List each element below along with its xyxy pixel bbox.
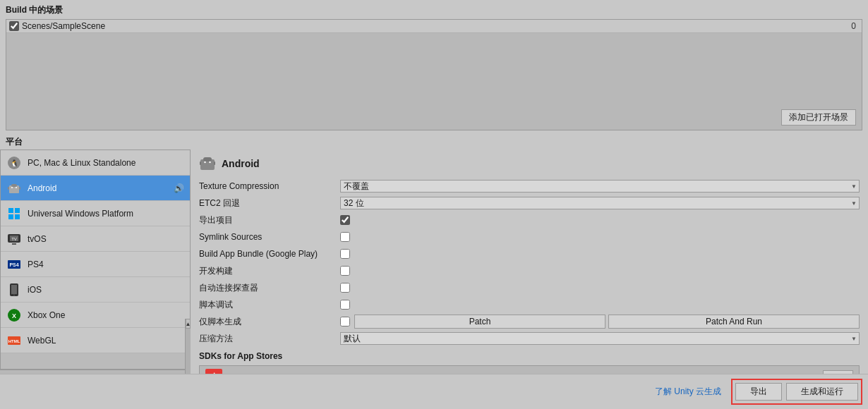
settings-row-scriptsonly: 仅脚本生成 Patch Patch And Run xyxy=(199,315,860,329)
export-project-label: 导出项目 xyxy=(199,214,340,226)
scriptsonly-checkbox[interactable] xyxy=(340,317,350,326)
sidebar-item-ps4[interactable]: PS4 PS4 xyxy=(1,252,190,277)
sdks-title: SDKs for App Stores xyxy=(199,351,860,361)
webgl-icon: HTML xyxy=(6,333,22,348)
sidebar-item-label: Universal Windows Platform xyxy=(28,209,184,219)
uwp-icon xyxy=(6,206,22,221)
cloud-link[interactable]: 了解 Unity 云生成 xyxy=(655,386,721,398)
sidebar-item-uwp[interactable]: Universal Windows Platform xyxy=(1,201,190,226)
svg-rect-8 xyxy=(8,208,13,213)
svg-rect-4 xyxy=(8,187,9,190)
svg-rect-28 xyxy=(214,161,215,165)
settings-row-compression: 压缩方法 默认 xyxy=(199,331,860,346)
platform-list: 🐧 PC, Mac & Linux Standalone xyxy=(0,149,191,395)
svg-text:TV: TV xyxy=(11,237,17,241)
ios-icon xyxy=(6,282,22,298)
tvos-icon: TV xyxy=(6,231,22,247)
patch-button[interactable]: Patch xyxy=(354,315,605,329)
svg-rect-26 xyxy=(203,157,212,161)
svg-rect-19 xyxy=(11,285,17,294)
scene-name: Scenes/SampleScene xyxy=(22,21,851,31)
svg-point-30 xyxy=(209,161,210,163)
settings-row-texture: Texture Compression 不覆盖 xyxy=(199,179,860,193)
scenes-panel: Scenes/SampleScene 0 添加已打开场景 xyxy=(6,19,862,130)
scriptsonly-label: 仅脚本生成 xyxy=(199,316,340,328)
build-run-button[interactable]: 生成和运行 xyxy=(786,383,858,401)
sidebar-item-xbox[interactable]: X Xbox One xyxy=(1,303,190,328)
settings-row-bundle: Build App Bundle (Google Play) xyxy=(199,247,860,261)
bundle-checkbox[interactable] xyxy=(340,249,350,259)
compression-dropdown[interactable]: 默认 xyxy=(340,332,860,345)
svg-rect-27 xyxy=(200,161,201,165)
symlink-checkbox[interactable] xyxy=(340,232,350,242)
svg-rect-3 xyxy=(11,184,17,187)
platform-section: 🐧 PC, Mac & Linux Standalone xyxy=(0,149,868,395)
ps4-icon: PS4 xyxy=(6,257,22,272)
android-header: Android xyxy=(199,155,860,172)
settings-table: Texture Compression 不覆盖 ETC2 回退 xyxy=(199,179,860,346)
scene-checkbox[interactable] xyxy=(9,21,19,31)
settings-row-devbuild: 开发构建 xyxy=(199,264,860,278)
texture-compression-label: Texture Compression xyxy=(199,181,340,191)
bundle-label: Build App Bundle (Google Play) xyxy=(199,249,340,259)
svg-point-6 xyxy=(11,187,13,188)
symlink-label: Symlink Sources xyxy=(199,232,340,242)
svg-rect-9 xyxy=(15,208,20,213)
devbuild-checkbox[interactable] xyxy=(340,266,350,276)
build-scenes-title: Build 中的场景 xyxy=(6,4,862,16)
sidebar-item-pc-mac-linux[interactable]: 🐧 PC, Mac & Linux Standalone xyxy=(1,150,190,176)
sidebar-item-label: tvOS xyxy=(28,234,184,244)
svg-rect-11 xyxy=(15,214,20,219)
scroll-up-arrow[interactable]: ▲ xyxy=(186,319,191,329)
settings-row-export: 导出项目 xyxy=(199,213,860,227)
android-icon xyxy=(6,181,22,196)
settings-row-profiler: 自动连接探查器 xyxy=(199,281,860,295)
devbuild-label: 开发构建 xyxy=(199,265,340,277)
xbox-icon: X xyxy=(6,307,22,323)
platform-more xyxy=(1,353,190,370)
speaker-icon: 🔊 xyxy=(174,183,184,193)
sidebar-item-label: iOS xyxy=(28,285,184,295)
export-button[interactable]: 导出 xyxy=(735,383,782,401)
svg-point-7 xyxy=(16,187,17,188)
svg-point-29 xyxy=(204,161,205,163)
pc-mac-linux-icon: 🐧 xyxy=(6,155,22,171)
sidebar-item-label: PC, Mac & Linux Standalone xyxy=(28,158,184,168)
compression-label: 压缩方法 xyxy=(199,333,340,345)
texture-compression-dropdown[interactable]: 不覆盖 xyxy=(340,180,860,193)
svg-rect-5 xyxy=(19,187,20,190)
scene-row: Scenes/SampleScene 0 xyxy=(6,20,862,33)
settings-row-symlink: Symlink Sources xyxy=(199,230,860,244)
sidebar-item-ios[interactable]: iOS xyxy=(1,277,190,303)
android-panel-icon xyxy=(199,155,216,172)
profiler-label: 自动连接探查器 xyxy=(199,282,340,294)
profiler-checkbox[interactable] xyxy=(340,283,350,293)
settings-row-scriptdebug: 脚本调试 xyxy=(199,298,860,312)
scriptdebug-label: 脚本调试 xyxy=(199,299,340,311)
svg-point-20 xyxy=(13,294,15,295)
sidebar-item-label: Android xyxy=(28,183,174,193)
patch-and-run-button[interactable]: Patch And Run xyxy=(608,315,860,329)
etc2-dropdown[interactable]: 32 位 xyxy=(340,197,860,209)
sidebar-item-label: PS4 xyxy=(28,260,184,269)
android-panel-title: Android xyxy=(222,158,260,169)
bottom-bar: 了解 Unity 云生成 导出 生成和运行 xyxy=(0,374,868,409)
svg-text:PS4: PS4 xyxy=(9,262,18,267)
sidebar-item-label: WebGL xyxy=(28,336,184,346)
export-project-checkbox[interactable] xyxy=(340,215,350,225)
sidebar-item-tvos[interactable]: TV tvOS xyxy=(1,226,190,252)
svg-text:HTML: HTML xyxy=(8,339,20,343)
add-open-scenes-button[interactable]: 添加已打开场景 xyxy=(781,109,856,126)
etc2-label: ETC2 回退 xyxy=(199,197,340,209)
settings-row-etc2: ETC2 回退 32 位 xyxy=(199,196,860,210)
android-settings-panel: Android Texture Compression 不覆盖 xyxy=(191,149,868,395)
build-scenes-section: Build 中的场景 Scenes/SampleScene 0 添加已打开场景 xyxy=(0,0,868,133)
scriptdebug-checkbox[interactable] xyxy=(340,300,350,310)
svg-text:🐧: 🐧 xyxy=(10,159,19,168)
sidebar-item-webgl[interactable]: HTML WebGL xyxy=(1,328,190,353)
scene-index: 0 xyxy=(851,21,856,31)
platform-label: 平台 xyxy=(0,133,868,149)
svg-rect-15 xyxy=(12,243,16,245)
sidebar-item-android[interactable]: Android 🔊 xyxy=(1,176,190,201)
svg-rect-10 xyxy=(8,214,13,219)
